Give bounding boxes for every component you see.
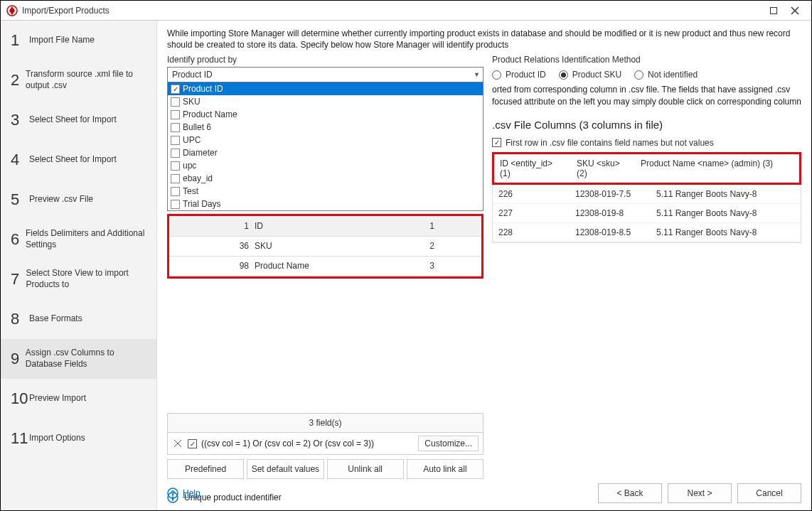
dropdown-item[interactable]: ✓Product ID [168,82,483,95]
dropdown-item[interactable]: Test [168,185,483,198]
checkbox-icon [171,123,180,132]
step-number: 1 [11,31,29,50]
csv-header[interactable]: Product Name <name> (admin) (3) [641,158,794,178]
mapping-name: SKU [255,236,383,256]
step-label: Select Store View to import Products to [26,268,151,290]
relations-title: Product Relations Identification Method [492,55,801,65]
step-number: 3 [11,111,29,129]
dropdown-item-label: Bullet 6 [183,122,211,132]
csv-cell: 12308-019-7.5 [575,189,643,199]
first-row-label: First row in .csv file contains field na… [506,138,714,148]
radio-label: Product SKU [572,70,621,80]
csv-cell: 5.11 Ranger Boots Navy-8 [656,227,795,237]
wizard-content: While importing Store Manager will deter… [157,21,811,510]
identify-combo[interactable]: Product ID ▼ [167,67,484,82]
dropdown-item[interactable]: Product Name [168,108,483,121]
dropdown-item[interactable]: Diameter [168,146,483,159]
step-9[interactable]: 9Assign .csv Columns to Database Fields [1,339,156,379]
radio-icon [634,70,643,80]
step-label: Transform source .xml file to output .cs… [26,69,151,91]
mapping-row[interactable]: 98Product Name3 [169,256,481,276]
dropdown-item-label: upc [183,161,196,171]
wizard-steps-sidebar: 1Import File Name 2Transform source .xml… [1,21,157,510]
predefined-button[interactable]: Predefined [167,459,244,479]
dropdown-item[interactable]: ebay_id [168,172,483,185]
mapping-col: 2 [383,236,481,256]
step-label: Fields Delimiters and Additional Setting… [26,228,151,250]
radio-product-id[interactable]: Product ID [492,70,546,80]
field-count-label: 3 field(s) [167,413,484,433]
csv-header-highlight: ID <entity_id> (1) SKU <sku> (2) Product… [492,152,801,185]
step-label: Preview .csv File [29,194,96,205]
csv-row[interactable]: 22712308-019-85.11 Ranger Boots Navy-8 [493,204,801,223]
radio-product-sku[interactable]: Product SKU [559,70,621,80]
step-5[interactable]: 5Preview .csv File [1,180,156,220]
step-label: Preview Import [29,393,89,404]
checkbox-icon [171,136,180,145]
step-number: 5 [11,190,29,209]
radio-not-identified[interactable]: Not identified [634,70,698,80]
step-number: 11 [11,429,29,448]
dropdown-item-label: ebay_id [183,173,213,183]
clear-filter-button[interactable] [172,438,183,449]
checkbox-icon [171,161,180,171]
csv-row[interactable]: 22612308-019-7.55.11 Ranger Boots Navy-8 [493,185,801,204]
dropdown-item[interactable]: Trial Days [168,198,483,210]
mapping-row[interactable]: 1ID1 [169,216,481,236]
dropdown-item[interactable]: Bullet 6 [168,121,483,134]
checkbox-icon [171,97,180,107]
step-number: 8 [11,310,29,328]
help-link[interactable]: ? Help [167,488,201,499]
filter-bar: ✓ ((csv col = 1) Or (csv col = 2) Or (cs… [167,433,484,455]
mapping-row[interactable]: 36SKU2 [169,236,481,256]
dropdown-item-label: UPC [183,135,201,145]
step-10[interactable]: 10Preview Import [1,379,156,419]
identify-label: Identify product by [167,55,484,65]
help-icon: ? [167,488,178,499]
csv-cell: 12308-019-8 [575,208,643,218]
dropdown-item-label: Product ID [183,84,223,94]
step-number: 4 [11,151,29,169]
dropdown-item-label: Trial Days [183,199,221,209]
step-2[interactable]: 2Transform source .xml file to output .c… [1,60,156,100]
unlink-all-button[interactable]: Unlink all [327,459,404,479]
first-row-checkbox[interactable]: ✓ [492,138,501,147]
maximize-button[interactable] [763,3,784,18]
step-8[interactable]: 8Base Formats [1,299,156,339]
dropdown-item[interactable]: SKU [168,95,483,108]
step-1[interactable]: 1Import File Name [1,21,156,60]
csv-row[interactable]: 22812308-019-8.55.11 Ranger Boots Navy-8 [493,223,801,242]
step-4[interactable]: 4Select Sheet for Import [1,140,156,180]
step-7[interactable]: 7Select Store View to import Products to [1,259,156,299]
mapping-idx: 1 [169,216,255,236]
csv-header[interactable]: SKU <sku> (2) [577,158,628,178]
relations-radiogroup: Product ID Product SKU Not identified [492,70,801,80]
mapping-name: Product Name [255,256,383,276]
step-3[interactable]: 3Select Sheet for Import [1,100,156,140]
filter-checkbox[interactable]: ✓ [188,439,197,448]
radio-label: Not identified [648,70,698,80]
cancel-button[interactable]: Cancel [737,483,801,503]
identify-dropdown: ✓Product ID SKU Product Name Bullet 6 UP… [167,82,484,211]
back-button[interactable]: < Back [598,483,662,503]
step-6[interactable]: 6Fields Delimiters and Additional Settin… [1,220,156,259]
dropdown-item[interactable]: upc [168,159,483,172]
step-label: Base Formats [29,313,85,325]
customize-button[interactable]: Customize... [418,436,479,451]
step-label: Select Sheet for Import [29,114,119,126]
step-11[interactable]: 11Import Options [1,419,156,458]
auto-link-all-button[interactable]: Auto link all [407,459,484,479]
next-button[interactable]: Next > [668,483,732,503]
csv-header[interactable]: ID <entity_id> (1) [500,158,564,178]
csv-cell: 226 [498,189,562,199]
csv-cell: 228 [498,227,562,237]
first-row-checkbox-row[interactable]: ✓ First row in .csv file contains field … [492,138,801,148]
close-button[interactable] [784,3,806,18]
step-number: 10 [11,389,29,408]
dropdown-item[interactable]: UPC [168,134,483,146]
wizard-footer: ? Help < Back Next > Cancel [167,483,801,503]
titlebar: Import/Export Products [1,1,811,21]
radio-label: Product ID [506,70,546,80]
mapping-idx: 36 [169,236,255,256]
set-default-values-button[interactable]: Set default values [247,459,324,479]
